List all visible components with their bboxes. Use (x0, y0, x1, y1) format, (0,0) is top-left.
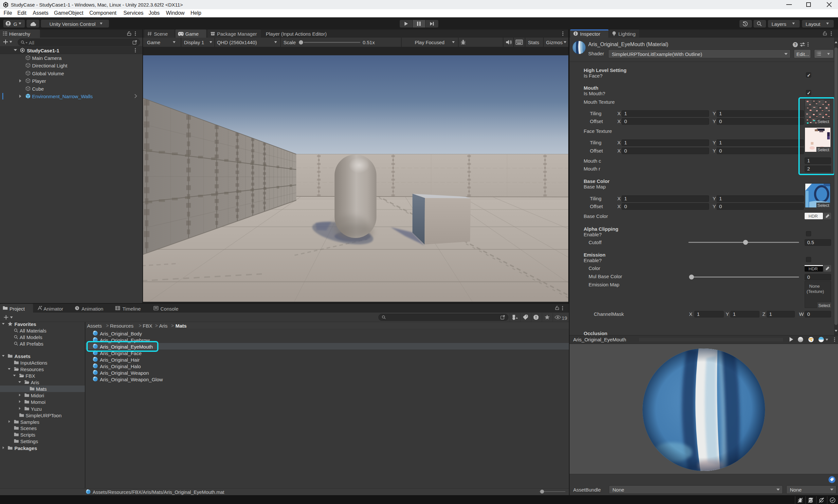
svg-text:?: ? (794, 42, 797, 47)
